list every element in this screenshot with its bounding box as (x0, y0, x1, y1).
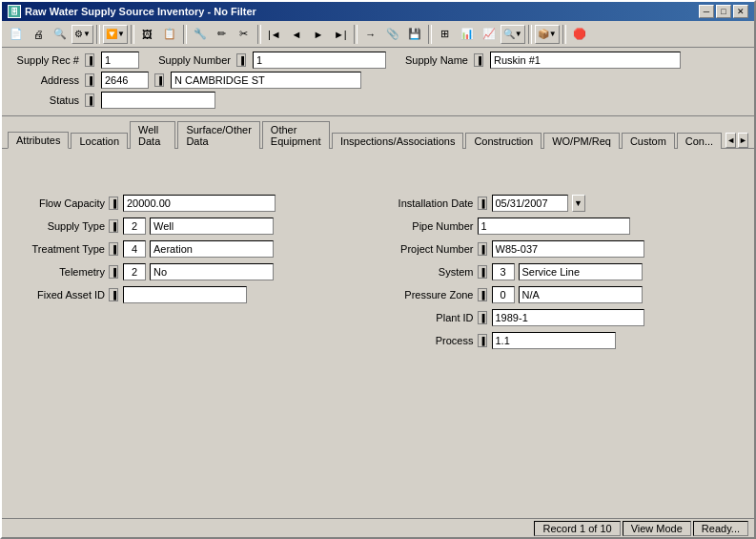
nav-first[interactable]: |◄ (264, 24, 285, 45)
flow-capacity-input[interactable] (123, 195, 276, 212)
toolbar: 📄 🖨 🔍 ⚙▼ 🔽▼ 🖼 📋 🔧 ✏ ✂ |◄ ◄ ► ►| → 📎 💾 ⊞ … (2, 21, 754, 48)
tab-custom[interactable]: Custom (622, 133, 675, 149)
treatment-type-code[interactable] (123, 240, 146, 258)
separator-7 (528, 25, 532, 44)
fixed-asset-input[interactable] (123, 286, 247, 303)
supply-name-input[interactable] (490, 52, 681, 69)
clipboard-button[interactable]: 📋 (159, 24, 180, 45)
project-number-row: Project Number ▐ (388, 240, 738, 258)
header-row-1: Supply Rec # ▐ Supply Number ▐ Supply Na… (8, 52, 748, 69)
tools-button[interactable]: 🔧 (190, 24, 211, 45)
save-button[interactable]: 💾 (404, 24, 425, 45)
plant-id-input[interactable] (492, 309, 644, 326)
project-number-lock[interactable]: ▐ (478, 242, 487, 256)
close-button[interactable]: ✕ (733, 5, 748, 18)
tab-inspections[interactable]: Inspections/Associations (332, 133, 463, 149)
chart2-button[interactable]: 📈 (479, 24, 500, 45)
edit-button[interactable]: ✏ (212, 24, 233, 45)
telemetry-code[interactable] (123, 263, 146, 280)
window-title: Raw Water Supply Source Inventory - No F… (25, 6, 256, 17)
toolbar-combo4[interactable]: 📦▼ (535, 25, 560, 44)
installation-date-lock[interactable]: ▐ (478, 197, 487, 210)
minimize-button[interactable]: ─ (699, 5, 714, 18)
address-street-input[interactable] (171, 72, 361, 89)
tab-attributes[interactable]: Attributes (8, 132, 69, 149)
system-row: System ▐ (388, 263, 738, 280)
tab-construction[interactable]: Construction (465, 133, 541, 149)
tab-other-equipment[interactable]: Other Equipment (262, 121, 330, 149)
separator-1 (96, 25, 100, 44)
tab-location[interactable]: Location (71, 133, 128, 149)
goto-button[interactable]: → (360, 24, 381, 45)
address-lock[interactable]: ▐ (85, 73, 94, 87)
treatment-type-input[interactable] (150, 240, 274, 258)
supply-type-lock[interactable]: ▐ (109, 219, 118, 233)
grid-button[interactable]: ⊞ (435, 24, 456, 45)
supply-rec-lock[interactable]: ▐ (85, 53, 94, 67)
process-label: Process (388, 335, 474, 346)
maximize-button[interactable]: □ (716, 5, 731, 18)
attach-button[interactable]: 📎 (382, 24, 403, 45)
supply-name-lock[interactable]: ▐ (474, 53, 483, 67)
system-code[interactable] (492, 263, 515, 280)
plant-id-lock[interactable]: ▐ (478, 311, 487, 324)
separator-2 (131, 25, 134, 44)
project-number-input[interactable] (492, 240, 644, 258)
treatment-type-lock[interactable]: ▐ (109, 242, 118, 256)
fixed-asset-row: Fixed Asset ID ▐ (19, 286, 369, 303)
status-lock[interactable]: ▐ (85, 93, 94, 107)
pressure-zone-row: Pressure Zone ▐ (388, 286, 738, 303)
tab-wo[interactable]: WO/PM/Req (543, 133, 620, 149)
toolbar-combo3[interactable]: 🔍▼ (501, 25, 525, 44)
supply-type-code[interactable] (123, 218, 146, 235)
search-button[interactable]: 🔍 (50, 24, 71, 45)
toolbar-combo1[interactable]: ⚙▼ (72, 25, 93, 44)
process-lock[interactable]: ▐ (478, 334, 487, 347)
supply-type-input[interactable] (150, 218, 274, 235)
image-button[interactable]: 🖼 (137, 24, 158, 45)
ready-status: Ready... (693, 521, 748, 536)
cut-button[interactable]: ✂ (234, 24, 255, 45)
process-row: Process ▐ (388, 332, 738, 349)
telemetry-input[interactable] (150, 263, 274, 280)
status-input[interactable] (101, 92, 215, 109)
status-bar: Record 1 of 10 View Mode Ready... (2, 518, 754, 537)
telemetry-lock[interactable]: ▐ (109, 265, 118, 279)
status-label: Status (8, 94, 79, 106)
separator-6 (428, 25, 432, 44)
stop-button[interactable]: 🛑 (569, 24, 590, 45)
tab-well-data[interactable]: Well Data (130, 121, 175, 149)
flow-capacity-lock[interactable]: ▐ (109, 197, 118, 210)
supply-rec-input[interactable] (101, 52, 139, 69)
chart1-button[interactable]: 📊 (457, 24, 478, 45)
nav-prev[interactable]: ◄ (286, 24, 307, 45)
installation-date-dropdown[interactable]: ▼ (572, 195, 585, 212)
separator-3 (183, 25, 187, 44)
tab-prev-button[interactable]: ◄ (725, 133, 736, 148)
new-button[interactable]: 📄 (6, 24, 27, 45)
supply-number-input[interactable] (253, 52, 386, 69)
fixed-asset-lock[interactable]: ▐ (109, 288, 118, 301)
pressure-zone-lock[interactable]: ▐ (478, 288, 487, 301)
supply-number-lock[interactable]: ▐ (236, 53, 246, 67)
nav-last[interactable]: ►| (330, 24, 351, 45)
address-num-input[interactable] (101, 72, 149, 89)
process-input[interactable] (492, 332, 616, 349)
header-row-2: Address ▐ ▐ (8, 72, 748, 89)
pressure-zone-input[interactable] (519, 286, 643, 303)
tab-con[interactable]: Con... (677, 133, 722, 149)
system-lock[interactable]: ▐ (478, 265, 487, 279)
installation-date-input[interactable] (492, 195, 568, 212)
system-input[interactable] (519, 263, 643, 280)
address-street-lock[interactable]: ▐ (154, 73, 164, 87)
print-button[interactable]: 🖨 (28, 24, 49, 45)
pipe-number-input[interactable] (478, 218, 630, 235)
tab-surface[interactable]: Surface/Other Data (177, 121, 259, 149)
installation-date-row: Installation Date ▐ ▼ (388, 195, 738, 212)
pressure-zone-code[interactable] (492, 286, 515, 303)
toolbar-combo2[interactable]: 🔽▼ (103, 25, 128, 44)
treatment-type-row: Treatment Type ▐ (19, 240, 369, 258)
tab-next-button[interactable]: ► (738, 133, 748, 148)
nav-next[interactable]: ► (308, 24, 329, 45)
flow-capacity-label: Flow Capacity (19, 197, 105, 209)
